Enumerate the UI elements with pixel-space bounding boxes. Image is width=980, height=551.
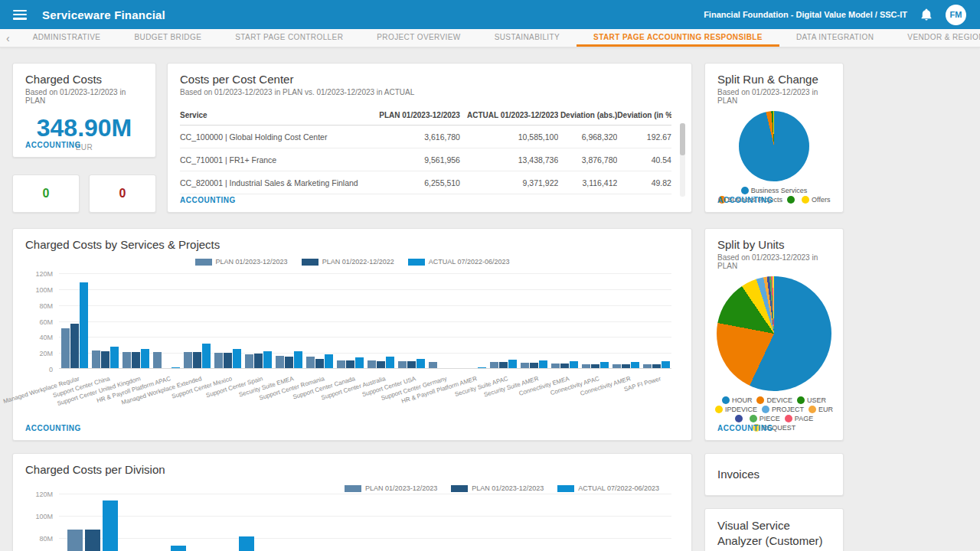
bar[interactable] (551, 364, 560, 368)
bar[interactable] (478, 367, 486, 368)
bar[interactable] (386, 357, 394, 368)
bar[interactable] (346, 360, 354, 368)
bar[interactable] (407, 361, 416, 368)
bar[interactable] (591, 364, 599, 368)
bar[interactable] (70, 324, 79, 368)
legend-item[interactable]: HOUR (722, 396, 753, 404)
menu-icon[interactable] (13, 10, 27, 20)
legend-item[interactable]: PLAN 01/2023-12/2023 (195, 258, 288, 266)
legend-item[interactable]: DEVICE (756, 396, 792, 404)
invoices-card[interactable]: Invoices (704, 453, 844, 496)
bar[interactable] (377, 361, 385, 368)
bar[interactable] (368, 360, 376, 368)
accounting-link[interactable]: ACCOUNTING (25, 141, 81, 149)
bar[interactable] (631, 362, 639, 368)
bar[interactable] (315, 359, 324, 369)
legend-item[interactable]: Business Services (741, 187, 808, 194)
bar[interactable] (622, 364, 630, 368)
plot-area[interactable] (59, 273, 671, 369)
units-pie[interactable] (717, 276, 831, 391)
bar[interactable] (643, 364, 652, 368)
legend-item[interactable]: PLAN 01/2023-12/2023 (451, 484, 544, 492)
bar[interactable] (103, 500, 118, 551)
scrollbar-thumb[interactable] (680, 123, 685, 155)
bar[interactable] (521, 363, 529, 368)
bar[interactable] (101, 351, 109, 368)
bar[interactable] (570, 361, 578, 368)
tab-budget-bridge[interactable]: BUDGET BRIDGE (117, 29, 218, 47)
bar[interactable] (153, 352, 162, 368)
bar[interactable] (560, 364, 569, 368)
bar[interactable] (202, 344, 211, 368)
bar[interactable] (85, 530, 100, 551)
legend-item[interactable] (735, 415, 745, 422)
legend-item[interactable]: PLAN 01/2022-12/2022 (302, 258, 394, 266)
legend-item[interactable]: IPDEVICE (715, 406, 757, 413)
bar[interactable] (508, 360, 517, 368)
bar[interactable] (224, 353, 232, 368)
legend-item[interactable] (787, 196, 797, 204)
bar[interactable] (239, 536, 254, 551)
bar[interactable] (490, 362, 498, 368)
bar[interactable] (600, 362, 609, 368)
bar[interactable] (61, 328, 70, 368)
kpi-green-card[interactable]: 0 (12, 174, 80, 213)
bar[interactable] (499, 362, 508, 368)
column-header[interactable]: Deviation (in %) (617, 111, 671, 119)
bar[interactable] (416, 359, 425, 369)
bell-icon[interactable] (920, 8, 933, 21)
bar[interactable] (245, 354, 253, 368)
bar[interactable] (285, 357, 293, 368)
bar[interactable] (662, 361, 670, 368)
tab-start-page-controller[interactable]: START PAGE CONTROLLER (218, 29, 360, 47)
bar[interactable] (92, 350, 100, 368)
chevron-left-icon[interactable]: ‹ (0, 29, 16, 47)
legend-item[interactable]: PROJECT (762, 406, 804, 413)
legend-item[interactable]: ACTUAL 07/2022-06/2023 (557, 484, 659, 492)
bar[interactable] (141, 349, 149, 368)
bar[interactable] (184, 352, 192, 368)
bar[interactable] (193, 352, 201, 368)
legend-item[interactable]: EUR (808, 406, 833, 413)
tab-start-page-accounting-responsible[interactable]: START PAGE ACCOUNTING RESPONSIBLE (577, 29, 779, 47)
bar[interactable] (539, 360, 547, 368)
table-scrollbar[interactable] (680, 123, 685, 197)
bar[interactable] (398, 361, 407, 368)
accounting-link[interactable]: ACCOUNTING (717, 424, 773, 432)
bar[interactable] (80, 282, 88, 369)
bar[interactable] (337, 360, 345, 368)
bar[interactable] (582, 364, 590, 368)
bar[interactable] (122, 352, 131, 368)
bar[interactable] (306, 357, 315, 368)
legend-item[interactable]: ACTUAL 07/2022-06/2023 (408, 258, 510, 266)
bar[interactable] (652, 364, 661, 368)
bar[interactable] (233, 349, 241, 368)
column-header[interactable]: PLAN 01/2023-12/2023 (367, 111, 460, 119)
bar[interactable] (294, 351, 302, 368)
column-header[interactable]: Service (180, 111, 367, 119)
accounting-link[interactable]: ACCOUNTING (25, 424, 81, 432)
tab-data-integration[interactable]: DATA INTEGRATION (779, 29, 890, 47)
accounting-link[interactable]: ACCOUNTING (717, 196, 773, 204)
column-header[interactable]: ACTUAL 01/2023-12/2023 (460, 111, 558, 119)
breadcrumb[interactable]: Financial Foundation - Digital Value Mod… (704, 10, 907, 19)
bar[interactable] (110, 347, 119, 368)
tab-project-overview[interactable]: PROJECT OVERVIEW (360, 29, 477, 47)
avatar[interactable]: FM (946, 5, 966, 25)
tab-administrative[interactable]: ADMINISTRATIVE (16, 29, 118, 47)
bar[interactable] (612, 364, 621, 368)
bar[interactable] (172, 367, 180, 368)
bar[interactable] (171, 546, 186, 551)
bar[interactable] (214, 353, 223, 368)
legend-item[interactable]: USER (797, 396, 826, 404)
table-row[interactable]: CC_100000 | Global Holding Cost Center3,… (180, 126, 671, 148)
table-row[interactable]: CC_820001 | Industrial Sales & Marketing… (180, 171, 671, 194)
legend-item[interactable]: Offers (802, 196, 830, 204)
bar[interactable] (254, 354, 263, 368)
column-header[interactable]: Deviation (abs.) (558, 111, 617, 119)
bar[interactable] (355, 357, 364, 368)
legend-item[interactable]: PIECE (750, 415, 780, 422)
bar[interactable] (325, 354, 333, 368)
run-change-pie[interactable] (739, 111, 809, 181)
bar[interactable] (263, 351, 272, 368)
